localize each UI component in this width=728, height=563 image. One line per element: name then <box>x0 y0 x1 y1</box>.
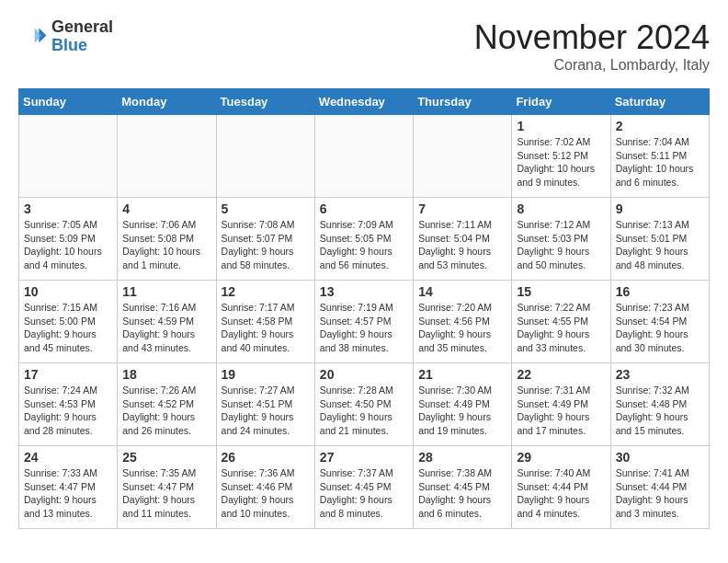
day-info: Sunrise: 7:11 AM Sunset: 5:04 PM Dayligh… <box>418 218 506 272</box>
day-number: 6 <box>320 201 408 216</box>
week-row-2: 3Sunrise: 7:05 AM Sunset: 5:09 PM Daylig… <box>19 198 710 281</box>
day-info: Sunrise: 7:24 AM Sunset: 4:53 PM Dayligh… <box>24 384 112 438</box>
day-info: Sunrise: 7:20 AM Sunset: 4:56 PM Dayligh… <box>418 301 506 355</box>
day-info: Sunrise: 7:30 AM Sunset: 4:49 PM Dayligh… <box>418 384 506 438</box>
day-cell: 9Sunrise: 7:13 AM Sunset: 5:01 PM Daylig… <box>610 198 709 281</box>
day-number: 23 <box>616 367 704 382</box>
month-title: November 2024 <box>474 18 710 57</box>
day-cell: 5Sunrise: 7:08 AM Sunset: 5:07 PM Daylig… <box>216 198 314 281</box>
day-info: Sunrise: 7:33 AM Sunset: 4:47 PM Dayligh… <box>24 466 112 521</box>
day-number: 11 <box>122 284 210 299</box>
day-info: Sunrise: 7:26 AM Sunset: 4:52 PM Dayligh… <box>122 384 210 438</box>
day-cell: 23Sunrise: 7:32 AM Sunset: 4:48 PM Dayli… <box>610 363 709 446</box>
day-cell: 26Sunrise: 7:36 AM Sunset: 4:46 PM Dayli… <box>216 446 314 529</box>
day-info: Sunrise: 7:04 AM Sunset: 5:11 PM Dayligh… <box>616 135 704 190</box>
page-header: General Blue November 2024 Corana, Lomba… <box>18 18 710 74</box>
day-info: Sunrise: 7:36 AM Sunset: 4:46 PM Dayligh… <box>222 466 310 521</box>
day-cell: 29Sunrise: 7:40 AM Sunset: 4:44 PM Dayli… <box>512 446 610 529</box>
day-number: 15 <box>517 284 605 299</box>
week-row-4: 17Sunrise: 7:24 AM Sunset: 4:53 PM Dayli… <box>19 363 710 446</box>
logo-blue: Blue <box>51 37 113 55</box>
logo: General Blue <box>18 18 113 55</box>
day-number: 16 <box>616 284 704 299</box>
day-number: 8 <box>517 201 605 216</box>
calendar-header-row: Sunday Monday Tuesday Wednesday Thursday… <box>19 89 710 115</box>
header-wednesday: Wednesday <box>314 89 413 115</box>
header-sunday: Sunday <box>19 89 118 115</box>
day-cell <box>314 115 413 198</box>
day-info: Sunrise: 7:06 AM Sunset: 5:08 PM Dayligh… <box>122 218 210 272</box>
day-cell: 22Sunrise: 7:31 AM Sunset: 4:49 PM Dayli… <box>512 363 610 446</box>
day-cell: 3Sunrise: 7:05 AM Sunset: 5:09 PM Daylig… <box>19 198 118 281</box>
day-number: 7 <box>418 201 506 216</box>
day-number: 24 <box>24 450 112 465</box>
day-cell: 30Sunrise: 7:41 AM Sunset: 4:44 PM Dayli… <box>610 446 709 529</box>
title-block: November 2024 Corana, Lombardy, Italy <box>474 18 710 74</box>
day-number: 10 <box>24 284 112 299</box>
day-number: 25 <box>122 450 210 465</box>
header-tuesday: Tuesday <box>216 89 314 115</box>
day-number: 13 <box>320 284 408 299</box>
day-number: 18 <box>122 367 210 382</box>
day-info: Sunrise: 7:31 AM Sunset: 4:49 PM Dayligh… <box>517 384 605 438</box>
day-cell: 10Sunrise: 7:15 AM Sunset: 5:00 PM Dayli… <box>19 281 118 363</box>
header-saturday: Saturday <box>610 89 709 115</box>
header-thursday: Thursday <box>414 89 512 115</box>
day-cell <box>118 115 216 198</box>
day-number: 12 <box>222 284 310 299</box>
day-cell: 15Sunrise: 7:22 AM Sunset: 4:55 PM Dayli… <box>512 281 610 363</box>
day-cell: 6Sunrise: 7:09 AM Sunset: 5:05 PM Daylig… <box>314 198 413 281</box>
day-number: 28 <box>418 450 506 465</box>
day-cell: 8Sunrise: 7:12 AM Sunset: 5:03 PM Daylig… <box>512 198 610 281</box>
day-cell: 28Sunrise: 7:38 AM Sunset: 4:45 PM Dayli… <box>414 446 512 529</box>
logo-general: General <box>51 18 113 37</box>
day-cell: 18Sunrise: 7:26 AM Sunset: 4:52 PM Dayli… <box>118 363 216 446</box>
day-cell: 2Sunrise: 7:04 AM Sunset: 5:11 PM Daylig… <box>610 115 709 198</box>
day-cell <box>414 115 512 198</box>
day-info: Sunrise: 7:35 AM Sunset: 4:47 PM Dayligh… <box>122 466 210 521</box>
day-info: Sunrise: 7:09 AM Sunset: 5:05 PM Dayligh… <box>320 218 408 272</box>
day-info: Sunrise: 7:22 AM Sunset: 4:55 PM Dayligh… <box>517 301 605 355</box>
day-cell: 20Sunrise: 7:28 AM Sunset: 4:50 PM Dayli… <box>314 363 413 446</box>
day-number: 9 <box>616 201 704 216</box>
week-row-3: 10Sunrise: 7:15 AM Sunset: 5:00 PM Dayli… <box>19 281 710 363</box>
day-cell: 14Sunrise: 7:20 AM Sunset: 4:56 PM Dayli… <box>414 281 512 363</box>
day-number: 19 <box>222 367 310 382</box>
day-info: Sunrise: 7:13 AM Sunset: 5:01 PM Dayligh… <box>616 218 704 272</box>
day-info: Sunrise: 7:23 AM Sunset: 4:54 PM Dayligh… <box>616 301 704 355</box>
day-number: 4 <box>122 201 210 216</box>
day-info: Sunrise: 7:27 AM Sunset: 4:51 PM Dayligh… <box>222 384 310 438</box>
day-info: Sunrise: 7:40 AM Sunset: 4:44 PM Dayligh… <box>517 466 605 521</box>
day-cell: 27Sunrise: 7:37 AM Sunset: 4:45 PM Dayli… <box>314 446 413 529</box>
day-cell: 4Sunrise: 7:06 AM Sunset: 5:08 PM Daylig… <box>118 198 216 281</box>
day-number: 1 <box>517 119 605 133</box>
day-number: 5 <box>222 201 310 216</box>
day-cell: 24Sunrise: 7:33 AM Sunset: 4:47 PM Dayli… <box>19 446 118 529</box>
day-info: Sunrise: 7:41 AM Sunset: 4:44 PM Dayligh… <box>616 466 704 521</box>
day-info: Sunrise: 7:37 AM Sunset: 4:45 PM Dayligh… <box>320 466 408 521</box>
day-info: Sunrise: 7:38 AM Sunset: 4:45 PM Dayligh… <box>418 466 506 521</box>
day-number: 29 <box>517 450 605 465</box>
day-cell: 13Sunrise: 7:19 AM Sunset: 4:57 PM Dayli… <box>314 281 413 363</box>
day-cell: 17Sunrise: 7:24 AM Sunset: 4:53 PM Dayli… <box>19 363 118 446</box>
day-number: 22 <box>517 367 605 382</box>
week-row-5: 24Sunrise: 7:33 AM Sunset: 4:47 PM Dayli… <box>19 446 710 529</box>
day-number: 17 <box>24 367 112 382</box>
calendar-table: Sunday Monday Tuesday Wednesday Thursday… <box>18 88 710 529</box>
day-cell: 11Sunrise: 7:16 AM Sunset: 4:59 PM Dayli… <box>118 281 216 363</box>
day-info: Sunrise: 7:05 AM Sunset: 5:09 PM Dayligh… <box>24 218 112 272</box>
day-number: 26 <box>222 450 310 465</box>
day-info: Sunrise: 7:02 AM Sunset: 5:12 PM Dayligh… <box>517 135 605 190</box>
week-row-1: 1Sunrise: 7:02 AM Sunset: 5:12 PM Daylig… <box>19 115 710 198</box>
day-info: Sunrise: 7:17 AM Sunset: 4:58 PM Dayligh… <box>222 301 310 355</box>
day-cell: 25Sunrise: 7:35 AM Sunset: 4:47 PM Dayli… <box>118 446 216 529</box>
day-cell: 21Sunrise: 7:30 AM Sunset: 4:49 PM Dayli… <box>414 363 512 446</box>
day-number: 3 <box>24 201 112 216</box>
day-cell: 1Sunrise: 7:02 AM Sunset: 5:12 PM Daylig… <box>512 115 610 198</box>
day-number: 30 <box>616 450 704 465</box>
day-number: 27 <box>320 450 408 465</box>
day-info: Sunrise: 7:15 AM Sunset: 5:00 PM Dayligh… <box>24 301 112 355</box>
day-cell <box>216 115 314 198</box>
day-number: 21 <box>418 367 506 382</box>
day-number: 14 <box>418 284 506 299</box>
